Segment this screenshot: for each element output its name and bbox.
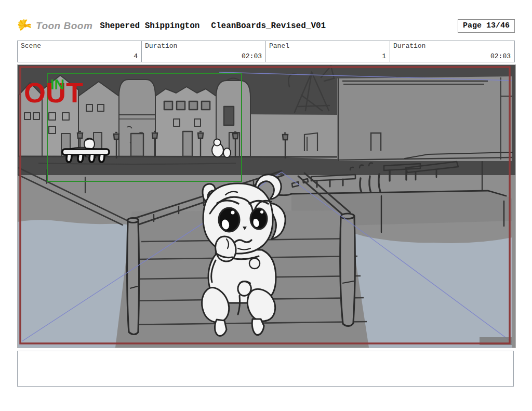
page-number-badge: Page 13/46: [458, 19, 515, 33]
storyboard-drawing: OUT IN: [18, 65, 515, 348]
toonboom-logo: Toon Boom: [17, 18, 92, 34]
panel-duration-cell: Duration 02:03: [390, 41, 514, 62]
page-header: Toon Boom Shepered Shippington CleanBoar…: [17, 17, 515, 35]
file-title: CleanBoards_Revised_V01: [211, 21, 326, 31]
panel-cell: Panel 1: [266, 41, 390, 62]
panel-notes-box: [17, 351, 514, 387]
scene-duration-value: 02:03: [242, 52, 262, 60]
scene-duration-cell: Duration 02:03: [142, 41, 266, 62]
storyboard-panel-image: OUT IN: [17, 64, 516, 348]
scene-duration-label: Duration: [145, 42, 177, 50]
scene-value: 4: [134, 52, 138, 60]
panel-label: Panel: [269, 42, 289, 50]
panel-duration-label: Duration: [393, 42, 425, 50]
scene-cell: Scene 4: [18, 41, 142, 62]
project-title: Shepered Shippington: [100, 21, 200, 31]
panel-info-table: Scene 4 Duration 02:03 Panel 1 Duration …: [17, 41, 515, 62]
panel-duration-value: 02:03: [490, 52, 511, 60]
camera-in-label: IN: [50, 77, 64, 92]
toonboom-logo-text: Toon Boom: [36, 20, 92, 32]
panel-value: 1: [382, 52, 386, 60]
scene-label: Scene: [21, 42, 41, 50]
toonboom-logo-icon: [17, 18, 33, 34]
